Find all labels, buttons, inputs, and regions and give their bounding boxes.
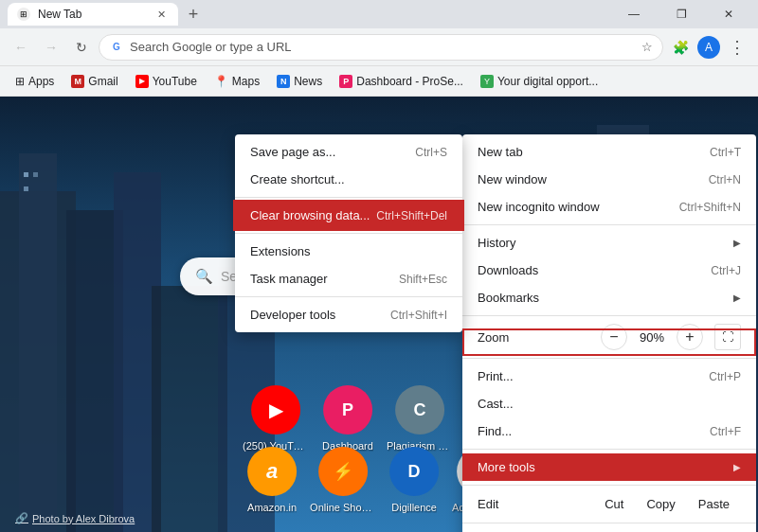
menu-new-tab[interactable]: New tab Ctrl+T — [462, 138, 756, 166]
mt-clear-label: Clear browsing data... — [250, 208, 370, 222]
shortcut-amazon-icon: a — [247, 447, 297, 496]
menu-button[interactable]: ⋮ — [724, 34, 750, 61]
svg-rect-2 — [19, 153, 57, 532]
menu-find-shortcut: Ctrl+F — [710, 425, 741, 438]
profile-avatar[interactable]: A — [697, 36, 720, 59]
menu-new-window[interactable]: New window Ctrl+N — [462, 166, 756, 193]
amazon-a-icon: a — [266, 459, 278, 484]
menu-settings[interactable]: Settings — [462, 527, 756, 532]
bookmark-label: Gmail — [88, 75, 117, 88]
shortcut-digillence-icon: D — [389, 447, 439, 496]
mt-create-shortcut[interactable]: Create shortcut... — [235, 166, 462, 193]
bookmark-label: News — [294, 75, 322, 88]
forward-button[interactable]: → — [38, 34, 64, 61]
bookmark-news[interactable]: N News — [269, 71, 330, 92]
mt-developer-tools[interactable]: Developer tools Ctrl+Shift+I — [235, 301, 462, 328]
shortcut-plagiarism-icon: C — [395, 385, 444, 434]
menu-separator-5 — [462, 485, 756, 486]
account-button[interactable]: A — [695, 34, 722, 61]
zoom-plus-button[interactable]: + — [677, 324, 703, 350]
menu-more-tools[interactable]: More tools ▶ — [462, 453, 756, 481]
paste-button[interactable]: Paste — [687, 493, 741, 515]
minimize-button[interactable]: — — [612, 0, 656, 28]
bookmark-label: Maps — [232, 75, 260, 88]
zoom-minus-button[interactable]: − — [601, 324, 627, 350]
bookmark-gmail[interactable]: M Gmail — [63, 71, 125, 92]
menu-new-tab-shortcut: Ctrl+T — [710, 146, 741, 159]
mt-separator-1 — [235, 197, 462, 198]
menu-print[interactable]: Print... Ctrl+P — [462, 363, 756, 390]
menu-bookmarks[interactable]: Bookmarks ▶ — [462, 284, 756, 311]
bookmark-maps[interactable]: 📍 Maps — [207, 71, 267, 92]
extensions-button[interactable]: 🧩 — [667, 34, 694, 61]
bookmark-star-icon[interactable]: ☆ — [641, 40, 653, 54]
menu-downloads-shortcut: Ctrl+J — [711, 264, 741, 277]
menu-bookmarks-label: Bookmarks — [478, 291, 539, 305]
bookmark-digital[interactable]: Y Your digital opport... — [473, 71, 605, 92]
zoom-value: 90% — [635, 330, 669, 345]
shop-bolt-icon: ⚡ — [333, 461, 353, 482]
shortcut-amazon-label: Amazon.in — [247, 502, 297, 513]
zoom-fullscreen-button[interactable]: ⛶ — [714, 324, 741, 350]
shortcut-youtube-icon: ▶ — [251, 385, 300, 434]
menu-incognito-shortcut: Ctrl+Shift+N — [679, 201, 741, 214]
mt-create-label: Create shortcut... — [250, 172, 345, 186]
svg-rect-12 — [33, 172, 38, 177]
maps-icon: 📍 — [214, 75, 228, 88]
photo-credit[interactable]: 🔗 Photo by Alex Dibrova — [15, 512, 135, 524]
dashboard-p-icon: P — [342, 400, 353, 420]
svg-rect-9 — [152, 286, 227, 532]
tab-close-button[interactable]: ✕ — [153, 7, 169, 22]
mt-clear-shortcut: Ctrl+Shift+Del — [376, 209, 447, 222]
bookmark-apps[interactable]: ⊞ Apps — [8, 71, 62, 92]
chrome-menu[interactable]: New tab Ctrl+T New window Ctrl+N New inc… — [462, 134, 756, 532]
menu-cast[interactable]: Cast... — [462, 390, 756, 417]
mt-task-shortcut: Shift+Esc — [399, 273, 447, 286]
menu-find[interactable]: Find... Ctrl+F — [462, 417, 756, 445]
maximize-button[interactable]: ❐ — [659, 0, 703, 28]
copy-button[interactable]: Copy — [635, 493, 686, 515]
dashboard-icon: P — [339, 75, 352, 88]
mt-dev-label: Developer tools — [250, 308, 335, 322]
bookmark-youtube[interactable]: ▶ YouTube — [128, 71, 205, 92]
history-arrow-icon: ▶ — [733, 238, 741, 248]
menu-new-tab-label: New tab — [478, 145, 523, 159]
bookmark-label: Your digital opport... — [497, 75, 598, 88]
shortcut-plagiarism[interactable]: C Plagiarism C... — [387, 385, 453, 452]
cut-button[interactable]: Cut — [593, 493, 635, 515]
shortcut-youtube[interactable]: ▶ (250) YouTube — [243, 385, 309, 452]
shortcut-amazon[interactable]: a Amazon.in — [247, 447, 297, 513]
active-tab[interactable]: ⊞ New Tab ✕ — [8, 3, 178, 26]
bookmark-dashboard[interactable]: P Dashboard - ProSe... — [332, 71, 471, 92]
menu-separator-4 — [462, 449, 756, 450]
mt-task-label: Task manager — [250, 272, 328, 286]
shortcut-online-shop[interactable]: ⚡ Online Shopp... — [310, 447, 376, 513]
mt-save-label: Save page as... — [250, 145, 335, 159]
menu-downloads[interactable]: Downloads Ctrl+J — [462, 257, 756, 284]
photo-credit-text: Photo by Alex Dibrova — [32, 513, 135, 524]
shortcut-digillence-label: Digillence — [391, 502, 437, 513]
shortcut-dashboard[interactable]: P Dashboard — [322, 385, 373, 452]
tab-title: New Tab — [38, 8, 146, 21]
menu-history[interactable]: History ▶ — [462, 229, 756, 257]
mt-extensions[interactable]: Extensions — [235, 238, 462, 265]
more-tools-submenu[interactable]: Save page as... Ctrl+S Create shortcut..… — [235, 134, 462, 332]
mt-clear-browsing[interactable]: Clear browsing data... Ctrl+Shift+Del — [235, 202, 462, 229]
main-content: Google 🔍 Search Google or type 🎤 ▶ (250)… — [0, 97, 758, 532]
back-button[interactable]: ← — [8, 34, 34, 61]
close-button[interactable]: ✕ — [707, 0, 750, 28]
shortcut-digillence[interactable]: D Digillence — [389, 447, 439, 513]
menu-incognito[interactable]: New incognito window Ctrl+Shift+N — [462, 193, 756, 221]
mt-save-page[interactable]: Save page as... Ctrl+S — [235, 138, 462, 166]
menu-new-window-shortcut: Ctrl+N — [709, 173, 741, 186]
gmail-icon: M — [71, 75, 84, 88]
new-tab-button[interactable]: + — [182, 3, 205, 26]
address-bar[interactable]: G Search Google or type a URL ☆ — [99, 34, 663, 61]
menu-print-shortcut: Ctrl+P — [709, 370, 741, 383]
refresh-button[interactable]: ↻ — [68, 34, 95, 61]
digillence-d-icon: D — [408, 462, 421, 482]
digital-icon: Y — [480, 75, 494, 88]
title-bar: ⊞ New Tab ✕ + — ❐ ✕ — [0, 0, 758, 28]
menu-separator-3 — [462, 358, 756, 359]
mt-task-manager[interactable]: Task manager Shift+Esc — [235, 265, 462, 293]
